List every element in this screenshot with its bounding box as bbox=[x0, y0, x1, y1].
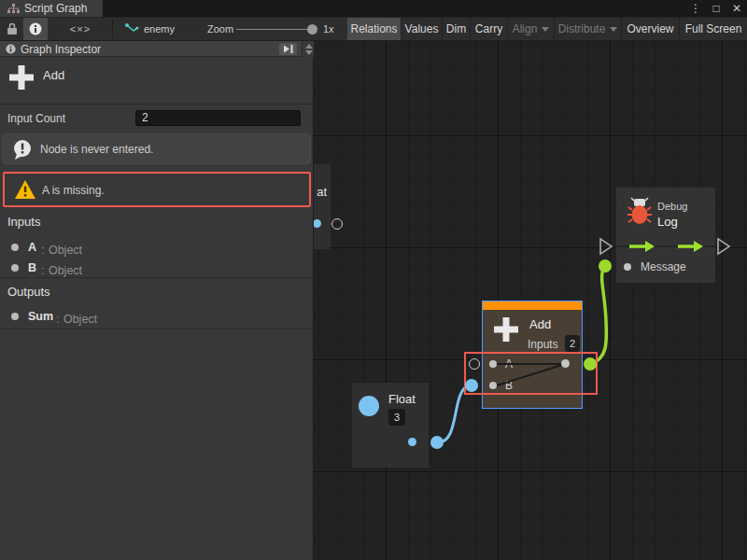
zoom-value: 1x bbox=[323, 18, 334, 40]
toolbar-separator bbox=[112, 20, 113, 38]
info-message-text: Node is never entered. bbox=[40, 143, 153, 156]
float-node[interactable]: Float 3 bbox=[352, 383, 429, 468]
add-node-header bbox=[483, 301, 582, 310]
values-label: Values bbox=[405, 22, 439, 35]
menu-icon[interactable]: ⋮ bbox=[689, 0, 702, 17]
plus-icon bbox=[492, 315, 520, 343]
input-count-label: Input Count bbox=[7, 112, 65, 125]
wire-sum-to-message[interactable] bbox=[590, 268, 606, 364]
add-node-title: Add bbox=[529, 317, 551, 331]
wires-layer bbox=[314, 41, 747, 560]
output-row-sum: Sum : Object bbox=[0, 309, 314, 324]
info-icon bbox=[6, 44, 16, 54]
clipped-node-title: at bbox=[317, 185, 327, 199]
error-highlight-rect bbox=[464, 352, 598, 395]
section-divider bbox=[0, 329, 314, 329]
input-count-field[interactable]: 2 bbox=[135, 110, 301, 126]
add-a-missing-port[interactable] bbox=[469, 358, 480, 370]
info-icon bbox=[29, 22, 42, 35]
dock-panel-button[interactable] bbox=[279, 43, 297, 55]
graph-canvas[interactable]: at bbox=[314, 41, 747, 560]
relations-button[interactable]: Relations bbox=[347, 18, 402, 40]
clipped-node-value-port[interactable] bbox=[331, 218, 343, 230]
input-row-a: A : Object bbox=[0, 240, 314, 255]
float-type-icon bbox=[359, 396, 379, 416]
port-dot-icon bbox=[11, 313, 19, 320]
info-message-box: Node is never entered. bbox=[2, 133, 311, 164]
zoom-label: Zoom bbox=[207, 18, 233, 40]
input-row-b: B : Object bbox=[0, 260, 314, 275]
float-wire-start-dot[interactable] bbox=[430, 436, 444, 449]
clipped-float-node[interactable]: at bbox=[314, 164, 331, 249]
add-input-count-field[interactable]: 2 bbox=[565, 335, 580, 352]
warning-message-box: A is missing. bbox=[3, 172, 311, 207]
graph-icon bbox=[125, 23, 139, 35]
float-value-field[interactable]: 3 bbox=[388, 409, 405, 426]
speech-bubble-exclamation-icon bbox=[12, 139, 33, 161]
fullscreen-button[interactable]: Full Screen bbox=[680, 18, 747, 40]
input-name: A bbox=[28, 241, 36, 254]
dim-button[interactable]: Dim bbox=[443, 18, 471, 40]
main-area: Graph Inspector Ad bbox=[0, 41, 747, 560]
add-sum-output-port[interactable] bbox=[584, 357, 597, 371]
inspector-toggle-button[interactable] bbox=[23, 18, 48, 40]
zoom-slider[interactable] bbox=[236, 29, 317, 30]
debug-node-category: Debug bbox=[657, 201, 687, 212]
inspector-header: Graph Inspector bbox=[0, 41, 314, 57]
graph-inspector-panel: Graph Inspector Ad bbox=[0, 41, 314, 560]
values-button[interactable]: Values bbox=[402, 18, 443, 40]
fullscreen-label: Full Screen bbox=[685, 22, 742, 35]
maximize-icon[interactable]: □ bbox=[710, 0, 723, 17]
lock-button[interactable] bbox=[2, 18, 22, 40]
add-b-inner-port[interactable] bbox=[489, 382, 497, 389]
titlebar: Script Graph ⋮ □ ✕ bbox=[0, 0, 747, 17]
close-icon[interactable]: ✕ bbox=[730, 0, 743, 17]
graph-name: enemy bbox=[144, 23, 175, 35]
section-divider bbox=[0, 277, 314, 278]
unity-script-graph-window: Script Graph ⋮ □ ✕ bbox=[0, 0, 747, 560]
window-controls: ⋮ □ ✕ bbox=[689, 0, 743, 17]
overview-label: Overview bbox=[627, 22, 673, 35]
toolbar: <×> enemy Zoom 1x Relations Values bbox=[0, 17, 747, 41]
selected-node-title: Add bbox=[43, 68, 64, 82]
chevron-down-icon bbox=[610, 27, 617, 32]
panel-scrollbar bbox=[302, 41, 314, 57]
selected-node-section: Add bbox=[0, 57, 314, 105]
edit-code-button[interactable]: <×> bbox=[54, 18, 106, 40]
scroll-down-icon[interactable] bbox=[305, 50, 313, 55]
tab-script-graph[interactable]: Script Graph bbox=[0, 0, 103, 17]
type-name: Object bbox=[49, 244, 82, 257]
tab-title: Script Graph bbox=[24, 2, 87, 15]
outputs-section-header: Outputs bbox=[7, 285, 50, 299]
chevron-down-icon bbox=[542, 27, 549, 32]
flow-output-port[interactable] bbox=[718, 239, 729, 254]
inspector-title: Graph Inspector bbox=[21, 43, 101, 56]
type-separator: : bbox=[41, 244, 44, 257]
align-button[interactable]: Align bbox=[508, 18, 555, 40]
add-a-inner-port[interactable] bbox=[489, 360, 497, 368]
align-label: Align bbox=[513, 22, 538, 35]
debug-log-node[interactable]: Debug Log Message bbox=[616, 188, 715, 283]
debug-message-port[interactable] bbox=[624, 263, 631, 271]
inputs-section-header: Inputs bbox=[7, 215, 40, 229]
message-port-label: Message bbox=[641, 260, 686, 273]
distribute-button[interactable]: Distribute bbox=[555, 18, 622, 40]
message-wire-end-dot[interactable] bbox=[599, 259, 612, 273]
input-type: : Object bbox=[41, 241, 82, 258]
input-type: : Object bbox=[41, 261, 82, 278]
type-separator: : bbox=[56, 313, 59, 326]
carry-button[interactable]: Carry bbox=[471, 18, 508, 40]
relations-label: Relations bbox=[350, 22, 397, 35]
bug-icon bbox=[627, 197, 652, 227]
flow-input-port[interactable] bbox=[600, 239, 612, 254]
zoom-slider-handle[interactable] bbox=[307, 24, 317, 35]
overview-button[interactable]: Overview bbox=[622, 18, 680, 40]
float-output-port[interactable] bbox=[408, 438, 416, 446]
lock-icon bbox=[7, 22, 18, 35]
add-b-connected-port[interactable] bbox=[465, 379, 478, 392]
type-separator: : bbox=[41, 264, 44, 277]
add-sum-inner-port[interactable] bbox=[561, 359, 570, 368]
graph-hierarchy-icon bbox=[7, 4, 20, 14]
scroll-up-icon[interactable] bbox=[305, 44, 313, 49]
graph-breadcrumb[interactable]: enemy bbox=[125, 18, 175, 40]
